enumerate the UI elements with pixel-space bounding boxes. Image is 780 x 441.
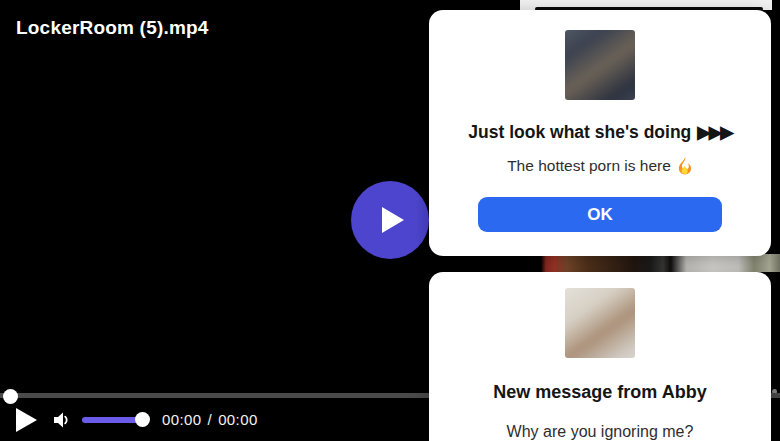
chat-heading: New message from Abby: [493, 382, 706, 402]
video-title: LockerRoom (5).mp4: [16, 17, 209, 39]
popup-chat-message[interactable]: New message from Abby Why are you ignori…: [429, 272, 771, 441]
offer-thumbnail-image[interactable]: [565, 30, 635, 100]
volume-slider-handle[interactable]: [135, 412, 150, 427]
offer-message: The hottest porn is here: [507, 156, 693, 175]
background-page-strip: [520, 0, 772, 10]
blurred-photo-placeholder: [565, 30, 635, 100]
current-time: 00:00: [162, 411, 202, 428]
triple-play-arrows-icon: ▶▶▶: [697, 122, 731, 142]
video-page: LockerRoom (5).mp4 00:00 / 00:00 Just lo…: [0, 0, 780, 441]
fire-icon: [676, 156, 693, 175]
offer-heading-text: Just look what she's doing: [468, 122, 691, 142]
seekbar-handle[interactable]: [3, 389, 18, 404]
background-photo-strip: [520, 254, 780, 272]
ok-button[interactable]: OK: [478, 197, 722, 232]
offer-message-text: The hottest porn is here: [507, 156, 671, 175]
duration: 00:00: [218, 411, 258, 428]
play-icon: [382, 207, 404, 233]
popup-offer: Just look what she's doing▶▶▶ The hottes…: [429, 10, 771, 256]
speaker-icon: [54, 413, 67, 428]
chat-thumbnail-image[interactable]: [565, 288, 635, 358]
mute-button[interactable]: [49, 408, 73, 432]
blurred-photo-placeholder: [565, 288, 635, 358]
chat-message-text: Why are you ignoring me?: [507, 422, 694, 441]
chat-message: Why are you ignoring me?: [507, 422, 694, 441]
time-separator: /: [208, 411, 213, 428]
big-play-button[interactable]: [351, 181, 429, 259]
offer-heading: Just look what she's doing▶▶▶: [468, 122, 731, 142]
play-button[interactable]: [16, 408, 37, 432]
volume-slider[interactable]: [82, 417, 143, 423]
time-display: 00:00 / 00:00: [162, 411, 258, 428]
